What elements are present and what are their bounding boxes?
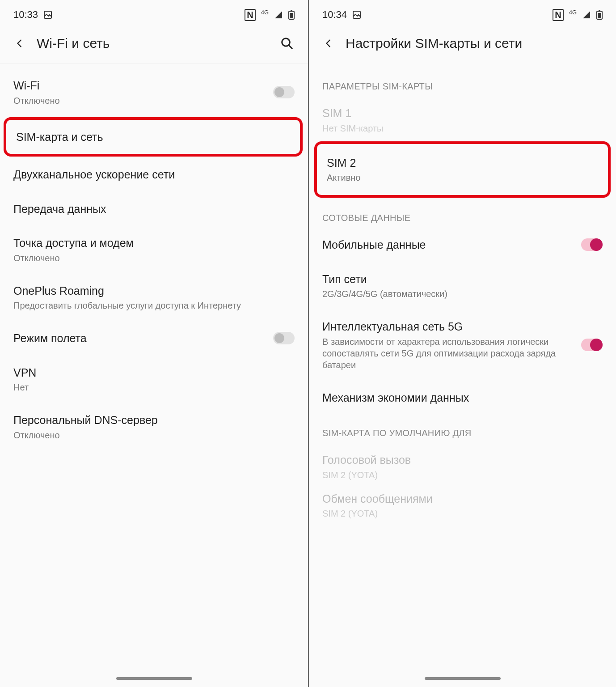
search-icon[interactable] <box>279 36 295 51</box>
item-subtitle: Отключено <box>13 252 295 264</box>
item-title: Режим полета <box>13 331 273 346</box>
item-title: Точка доступа и модем <box>13 236 295 250</box>
section-default-for: SIM-КАРТА ПО УМОЛЧАНИЮ ДЛЯ <box>309 415 616 443</box>
signal-4g-icon: 4G <box>569 9 577 16</box>
section-sim-params: ПАРАМЕТРЫ SIM-КАРТЫ <box>309 68 616 96</box>
item-title: Голосовой вызов <box>322 453 603 467</box>
airplane-toggle[interactable] <box>273 332 295 344</box>
section-cell-data: СОТОВЫЕ ДАННЫЕ <box>309 199 616 228</box>
item-subtitle: Предоставить глобальные услуги доступа к… <box>13 300 295 311</box>
item-subtitle: SIM 2 (YOTA) <box>322 508 603 519</box>
item-data-usage[interactable]: Передача данных <box>0 192 308 226</box>
svg-rect-2 <box>290 13 293 18</box>
item-title: Персональный DNS-сервер <box>13 413 295 428</box>
item-sim-card[interactable]: SIM-карта и сеть <box>4 117 303 157</box>
item-sim1: SIM 1 Нет SIM-карты <box>309 96 616 140</box>
signal-icon <box>274 10 283 19</box>
item-vpn[interactable]: VPN Нет <box>0 356 308 403</box>
svg-rect-9 <box>599 10 600 11</box>
item-subtitle: Активно <box>327 172 598 183</box>
item-wifi[interactable]: Wi-Fi Отключено <box>0 68 308 116</box>
item-subtitle: Отключено <box>13 95 273 106</box>
item-title: SIM 2 <box>327 156 598 170</box>
settings-list: Wi-Fi Отключено SIM-карта и сеть Двухкан… <box>0 64 308 451</box>
item-roaming[interactable]: OnePlus Roaming Предоставить глобальные … <box>0 274 308 322</box>
item-title: SIM-карта и сеть <box>16 130 290 144</box>
back-icon[interactable] <box>13 37 26 50</box>
screenshot-icon <box>43 10 52 19</box>
titlebar: Настройки SIM-карты и сети <box>309 25 616 64</box>
titlebar: Wi-Fi и сеть <box>0 25 308 64</box>
svg-rect-3 <box>291 10 292 11</box>
item-title: Тип сети <box>322 272 603 287</box>
item-subtitle: Нет <box>13 382 295 393</box>
item-dns[interactable]: Персональный DNS-сервер Отключено <box>0 403 308 451</box>
item-title: OnePlus Roaming <box>13 284 295 298</box>
item-title: SIM 1 <box>322 106 603 121</box>
item-sms: Обмен сообщениями SIM 2 (YOTA) <box>309 486 616 522</box>
item-subtitle: Отключено <box>13 429 295 441</box>
status-time: 10:34 <box>322 9 347 21</box>
item-network-type[interactable]: Тип сети 2G/3G/4G/5G (автоматически) <box>309 262 616 310</box>
item-title: Механизм экономии данных <box>322 390 603 405</box>
nav-handle[interactable] <box>425 677 501 680</box>
item-sim2[interactable]: SIM 2 Активно <box>314 141 611 198</box>
svg-rect-8 <box>598 13 601 18</box>
smart-5g-toggle[interactable] <box>581 339 603 351</box>
battery-icon <box>596 10 603 20</box>
item-title: Двухканальное ускорение сети <box>13 167 295 182</box>
item-title: Мобильные данные <box>322 237 581 252</box>
nav-handle[interactable] <box>116 677 192 680</box>
item-data-saver[interactable]: Механизм экономии данных <box>309 381 616 415</box>
item-hotspot[interactable]: Точка доступа и модем Отключено <box>0 226 308 274</box>
signal-4g-icon: 4G <box>261 9 269 16</box>
settings-list: ПАРАМЕТРЫ SIM-КАРТЫ SIM 1 Нет SIM-карты … <box>309 64 616 521</box>
svg-rect-0 <box>44 11 51 18</box>
svg-rect-6 <box>353 11 360 18</box>
page-title: Wi-Fi и сеть <box>37 36 269 51</box>
item-subtitle: Нет SIM-карты <box>322 123 603 134</box>
svg-line-5 <box>289 45 292 49</box>
item-title: Интеллектуальная сеть 5G <box>322 319 574 334</box>
status-bar: 10:33 N 4G <box>0 0 308 25</box>
back-icon[interactable] <box>322 37 335 50</box>
status-bar: 10:34 N 4G <box>309 0 616 25</box>
item-dual-channel[interactable]: Двухканальное ускорение сети <box>0 157 308 192</box>
screenshot-icon <box>352 10 361 19</box>
item-mobile-data[interactable]: Мобильные данные <box>309 228 616 262</box>
item-subtitle: SIM 2 (YOTA) <box>322 469 603 481</box>
item-title: Обмен сообщениями <box>322 492 603 506</box>
item-smart-5g[interactable]: Интеллектуальная сеть 5G В зависимости о… <box>309 310 616 381</box>
item-subtitle: В зависимости от характера использования… <box>322 336 574 371</box>
wifi-toggle[interactable] <box>273 86 295 98</box>
item-voice: Голосовой вызов SIM 2 (YOTA) <box>309 443 616 486</box>
item-title: VPN <box>13 365 295 380</box>
mobile-data-toggle[interactable] <box>581 238 603 251</box>
item-subtitle: 2G/3G/4G/5G (автоматически) <box>322 288 603 300</box>
nfc-icon: N <box>245 9 255 21</box>
page-title: Настройки SIM-карты и сети <box>346 36 603 51</box>
screen-sim-settings: 10:34 N 4G Настройки SIM-карты и сети ПА… <box>308 0 616 687</box>
nfc-icon: N <box>553 9 563 21</box>
item-title: Передача данных <box>13 202 295 216</box>
signal-icon <box>582 10 591 19</box>
status-time: 10:33 <box>13 9 38 21</box>
item-airplane[interactable]: Режим полета <box>0 321 308 356</box>
battery-icon <box>288 10 295 20</box>
item-title: Wi-Fi <box>13 78 273 93</box>
screen-wifi-network: 10:33 N 4G Wi-Fi и сеть <box>0 0 308 687</box>
